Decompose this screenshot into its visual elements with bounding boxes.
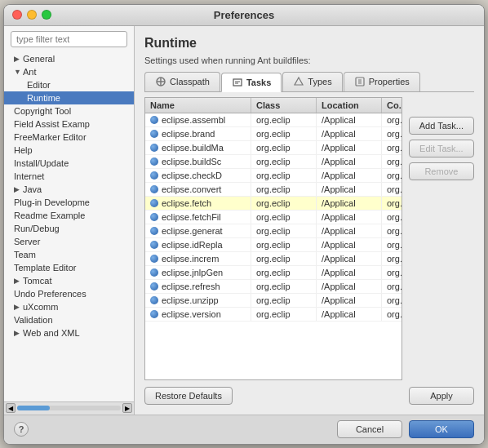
sidebar-item-ant[interactable]: ▼ Ant <box>4 65 134 78</box>
table-row[interactable]: eclipse.idReplaorg.eclip/Applicalorg.ecl… <box>145 238 401 252</box>
sidebar-item-ant-runtime[interactable]: Runtime <box>4 91 134 104</box>
table-row[interactable]: eclipse.assemblorg.eclip/Applicalorg.ecl… <box>145 113 401 127</box>
sidebar-item-freemarker[interactable]: FreeMarker Editor <box>4 131 134 144</box>
table-row[interactable]: eclipse.jnlpGenorg.eclip/Applicalorg.ecl… <box>145 266 401 280</box>
task-icon <box>150 130 158 138</box>
sidebar-item-run-debug[interactable]: Run/Debug <box>4 222 134 235</box>
sidebar-item-help[interactable]: Help <box>4 144 134 157</box>
sidebar-item-undo-prefs[interactable]: Undo Preferences <box>4 287 134 300</box>
sidebar-item-label: FreeMarker Editor <box>14 132 87 142</box>
task-icon <box>150 144 158 152</box>
cell-contributor: org.eclip <box>382 280 401 293</box>
cell-location: /Applical <box>317 294 382 307</box>
scroll-right-btn[interactable]: ▶ <box>122 403 132 413</box>
sidebar-item-internet[interactable]: Internet <box>4 170 134 183</box>
cell-contributor: org.eclip <box>382 127 401 140</box>
zoom-button[interactable] <box>42 10 51 20</box>
cell-class: org.eclip <box>251 127 317 140</box>
sidebar-item-label: Ant <box>23 67 37 77</box>
table-row[interactable]: eclipse.buildScorg.eclip/Applicalorg.ecl… <box>145 155 401 169</box>
ok-button[interactable]: OK <box>409 420 474 438</box>
sidebar-item-label: Tomcat <box>23 276 51 286</box>
tab-classpath[interactable]: Classpath <box>144 72 220 91</box>
cancel-button[interactable]: Cancel <box>337 420 402 438</box>
cell-name: eclipse.fetchFil <box>145 211 251 224</box>
sidebar-item-server[interactable]: Server <box>4 235 134 248</box>
table-row[interactable]: eclipse.fetchorg.eclip/Applicalorg.eclip <box>145 197 401 211</box>
window-title: Preferences <box>214 9 274 21</box>
table-row[interactable]: eclipse.incremorg.eclip/Applicalorg.ecli… <box>145 252 401 266</box>
tab-tasks[interactable]: Tasks <box>221 73 282 92</box>
tab-tasks-label: Tasks <box>246 78 271 87</box>
sidebar-item-web-xml[interactable]: ▶ Web and XML <box>4 326 134 339</box>
cell-location: /Applical <box>317 127 382 140</box>
sidebar-item-install-update[interactable]: Install/Update <box>4 157 134 170</box>
minimize-button[interactable] <box>27 10 37 20</box>
chevron-right-icon: ▶ <box>14 303 20 311</box>
sidebar-item-tomcat[interactable]: ▶ Tomcat <box>4 274 134 287</box>
remove-button[interactable]: Remove <box>409 162 474 180</box>
restore-defaults-button[interactable]: Restore Defaults <box>144 387 233 405</box>
table-row[interactable]: eclipse.generatorg.eclip/Applicalorg.ecl… <box>145 224 401 238</box>
sidebar-item-label: Readme Example <box>14 211 85 220</box>
tasks-icon <box>232 77 243 88</box>
scroll-left-btn[interactable]: ◀ <box>6 403 16 413</box>
filter-input[interactable] <box>11 31 127 47</box>
tab-types[interactable]: Types <box>282 72 342 91</box>
table-header: Name Class Location Co...tor <box>145 98 401 113</box>
cell-name: eclipse.jnlpGen <box>145 266 251 279</box>
sidebar-item-general[interactable]: ▶ General <box>4 52 134 65</box>
sidebar-item-label: Java <box>23 184 42 194</box>
scroll-thumb[interactable] <box>17 406 50 410</box>
sidebar-item-readme[interactable]: Readme Example <box>4 209 134 222</box>
sidebar-item-label: Help <box>14 145 33 155</box>
table-row[interactable]: eclipse.versionorg.eclip/Applicalorg.ecl… <box>145 308 401 322</box>
sidebar-item-template-editor[interactable]: Template Editor <box>4 261 134 274</box>
sidebar-item-label: Runtime <box>27 93 60 103</box>
sidebar-item-validation[interactable]: Validation <box>4 313 134 326</box>
close-button[interactable] <box>12 10 22 20</box>
help-button[interactable]: ? <box>14 422 29 437</box>
task-icon <box>150 213 158 221</box>
task-icon <box>150 185 158 193</box>
apply-button[interactable]: Apply <box>409 387 474 405</box>
sidebar-item-uxcomm[interactable]: ▶ uXcomm <box>4 300 134 313</box>
cell-contributor: org.eclip <box>382 183 401 196</box>
add-task-button[interactable]: Add Task... <box>409 117 474 135</box>
cell-location: /Applical <box>317 183 382 196</box>
sidebar-item-label: Install/Update <box>14 158 69 168</box>
classpath-icon <box>155 76 166 87</box>
content-area: ▶ General ▼ Ant Editor Runtime Copyright… <box>4 26 484 415</box>
sidebar-item-label: Editor <box>27 80 51 90</box>
sidebar-item-label: Field Assist Examp <box>14 119 90 129</box>
svg-marker-6 <box>295 78 303 85</box>
table-row[interactable]: eclipse.checkDorg.eclip/Applicalorg.ecli… <box>145 169 401 183</box>
sidebar-item-team[interactable]: Team <box>4 248 134 261</box>
task-icon <box>150 310 158 318</box>
col-name: Name <box>145 98 251 113</box>
cell-contributor: org.eclip <box>382 308 401 321</box>
sidebar-item-java[interactable]: ▶ Java <box>4 183 134 196</box>
sidebar-item-label: Web and XML <box>23 328 80 338</box>
sidebar-item-field-assist[interactable]: Field Assist Examp <box>4 118 134 131</box>
table-row[interactable]: eclipse.refreshorg.eclip/Applicalorg.ecl… <box>145 280 401 294</box>
tab-properties[interactable]: Properties <box>344 72 420 91</box>
table-row[interactable]: eclipse.convertorg.eclip/Applicalorg.ecl… <box>145 183 401 197</box>
sidebar-item-plugin[interactable]: Plug-in Developme <box>4 196 134 209</box>
cell-name: eclipse.brand <box>145 127 251 140</box>
cell-contributor: org.eclip <box>382 252 401 265</box>
table-row[interactable]: eclipse.buildMaorg.eclip/Applicalorg.ecl… <box>145 141 401 155</box>
cell-name: eclipse.unzipp <box>145 294 251 307</box>
properties-icon <box>354 76 366 87</box>
table-row[interactable]: eclipse.fetchFilorg.eclip/Applicalorg.ec… <box>145 211 401 224</box>
table-row[interactable]: eclipse.brandorg.eclip/Applicalorg.eclip <box>145 127 401 141</box>
cell-contributor: org.eclip <box>382 294 401 307</box>
sidebar-item-copyright-tool[interactable]: Copyright Tool <box>4 104 134 118</box>
table-row[interactable]: eclipse.unzipporg.eclip/Applicalorg.ecli… <box>145 294 401 308</box>
edit-task-button[interactable]: Edit Task... <box>409 140 474 157</box>
panel-title: Runtime <box>144 36 474 51</box>
chevron-right-icon: ▶ <box>14 55 20 63</box>
cell-class: org.eclip <box>251 197 317 210</box>
cell-name: eclipse.increm <box>145 252 251 265</box>
sidebar-item-ant-editor[interactable]: Editor <box>4 78 134 91</box>
